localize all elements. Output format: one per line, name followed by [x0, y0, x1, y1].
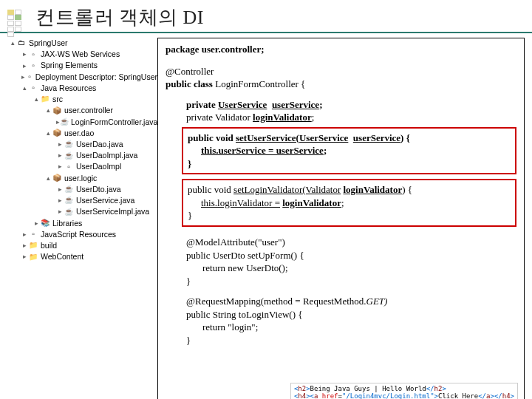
tree-label: Deployment Descriptor: SpringUser	[35, 72, 157, 83]
project-tree[interactable]: ▴🗀 SpringUser ▸▫JAX-WS Web Services▸▫Spr…	[6, 38, 157, 399]
java-file-icon: ☕	[64, 140, 74, 149]
tree-item[interactable]: ▸☕LoginFormController.java	[6, 117, 157, 128]
java-file-icon: ☕	[64, 151, 74, 160]
tree-label: JavaScript Resources	[41, 229, 116, 240]
code-line: this.userService = userService;	[188, 144, 511, 157]
java-file-icon: ☕	[64, 197, 74, 205]
code-line: public UserDto setUpForm() {	[166, 249, 516, 262]
tree-label: build	[41, 240, 57, 251]
tree-label: SpringUser	[29, 38, 68, 49]
node-icon: ▫	[64, 163, 74, 171]
code-line: return "login";	[166, 321, 516, 334]
snippet-line: <h4><a href="/Login4mvc/Login.html">Clic…	[294, 392, 514, 399]
tree-label: WebContent	[41, 251, 83, 262]
tree-label: src	[52, 94, 63, 105]
tree-label: user.logic	[64, 173, 97, 184]
code-line: public class LoginFormController {	[166, 78, 516, 91]
tree-item[interactable]: ▸☕UserService.java	[6, 195, 157, 206]
node-icon: ▫	[28, 83, 38, 92]
highlighted-code-box: public void setLoginValidator(Validator …	[182, 179, 516, 227]
tree-label: user.dao	[64, 128, 94, 139]
code-line: public void setLoginValidator(Validator …	[188, 183, 511, 197]
tree-item[interactable]: ▸▫Spring Elements	[6, 60, 157, 71]
tree-item[interactable]: ▸▫UserDaoImpl	[6, 161, 157, 172]
project-icon: 🗀	[16, 39, 27, 48]
code-line: public String toLoginView() {	[166, 308, 516, 321]
tree-label: UserDaoImpl	[76, 161, 121, 172]
code-line: @ModelAttribute("user")	[166, 236, 516, 249]
code-line: public void setUserService(UserService u…	[188, 132, 511, 145]
code-line: return new UserDto();	[166, 262, 516, 275]
tree-item[interactable]: ▸📚Libraries	[6, 218, 157, 229]
html-snippet-inset: <h2>Being Java Guys | Hello World</h2> <…	[290, 383, 518, 399]
code-line: @RequestMapping(method = RequestMethod.G…	[166, 295, 516, 308]
code-line: this.loginValidator = loginValidator;	[188, 197, 511, 210]
title-bullet-icon	[7, 10, 28, 26]
folder-icon: 📁	[28, 242, 38, 250]
library-icon: 📚	[40, 219, 50, 228]
tree-label: UserService.java	[76, 195, 134, 206]
folder-icon: 📁	[28, 253, 38, 262]
tree-item[interactable]: ▴📦user.logic	[6, 173, 157, 184]
code-panel: package user.controller; @Controller pub…	[157, 38, 525, 399]
tree-item[interactable]: ▴📁src	[6, 94, 157, 105]
tree-item[interactable]: ▴▫Java Resources	[6, 83, 157, 94]
tree-label: user.controller	[64, 105, 113, 116]
slide-title: 컨트롤러 객체의 DI	[35, 4, 204, 30]
tree-label: UserDto.java	[76, 184, 121, 195]
code-block: package user.controller; @Controller pub…	[158, 38, 524, 351]
tree-item[interactable]: ▸☕UserDaoImpl.java	[6, 150, 157, 161]
tree-label: LoginFormController.java	[71, 117, 157, 128]
tree-item[interactable]: ▸📁build	[6, 240, 157, 251]
java-file-icon: ☕	[60, 117, 69, 126]
tree-project[interactable]: ▴🗀 SpringUser	[6, 38, 157, 49]
tree-item[interactable]: ▸☕UserServiceImpl.java	[6, 206, 157, 217]
package-icon: 📦	[52, 106, 62, 115]
code-line: package user.controller;	[166, 43, 516, 56]
tree-label: Java Resources	[41, 83, 96, 94]
tree-item[interactable]: ▸☕UserDao.java	[6, 139, 157, 150]
tree-item[interactable]: ▸▫JavaScript Resources	[6, 229, 157, 240]
code-line: }	[188, 157, 511, 171]
node-icon: ▫	[28, 50, 38, 59]
code-line: @Controller	[166, 65, 516, 78]
tree-label: UserServiceImpl.java	[76, 206, 149, 217]
tree-label: UserDaoImpl.java	[76, 150, 137, 161]
slide: 컨트롤러 객체의 DI ▴🗀 SpringUser ▸▫JAX-WS Web S…	[0, 0, 532, 399]
code-line: }	[166, 275, 516, 288]
tree-label: JAX-WS Web Services	[41, 49, 120, 60]
node-icon: ▫	[28, 61, 38, 70]
tree-item[interactable]: ▴📦user.controller	[6, 105, 157, 116]
java-file-icon: ☕	[64, 208, 74, 216]
code-line: private Validator loginValidator;	[166, 111, 516, 124]
tree-item[interactable]: ▸📁WebContent	[6, 251, 157, 262]
code-line: private UserService userService;	[166, 98, 516, 112]
tree-item[interactable]: ▸▫JAX-WS Web Services	[6, 49, 157, 60]
tree-item[interactable]: ▸☕UserDto.java	[6, 184, 157, 195]
tree-item[interactable]: ▴📦user.dao	[6, 128, 157, 139]
node-icon: ▫	[26, 72, 33, 81]
tree-label: Libraries	[52, 218, 82, 229]
package-icon: 📦	[52, 174, 62, 183]
content-area: ▴🗀 SpringUser ▸▫JAX-WS Web Services▸▫Spr…	[0, 33, 532, 399]
title-row: 컨트롤러 객체의 DI	[0, 0, 532, 33]
highlighted-code-box: public void setUserService(UserService u…	[182, 127, 516, 175]
package-icon: 📦	[52, 129, 62, 137]
snippet-line: <h2>Being Java Guys | Hello World</h2>	[294, 385, 514, 392]
tree-label: UserDao.java	[76, 139, 123, 150]
tree-label: Spring Elements	[41, 60, 98, 71]
code-line: }	[166, 334, 516, 347]
tree-item[interactable]: ▸▫Deployment Descriptor: SpringUser	[6, 72, 157, 83]
folder-icon: 📁	[40, 95, 50, 104]
java-file-icon: ☕	[64, 185, 74, 194]
code-line: }	[188, 209, 511, 222]
node-icon: ▫	[28, 230, 38, 239]
